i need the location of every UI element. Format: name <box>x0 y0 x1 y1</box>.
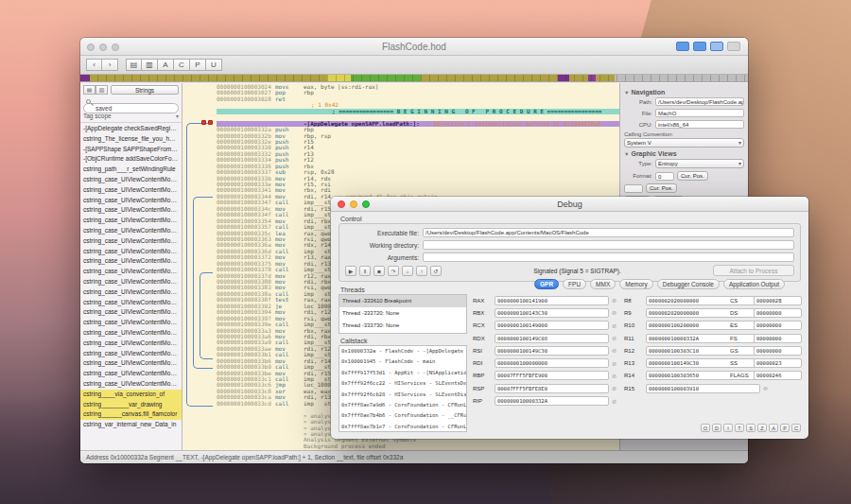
minimize-button[interactable] <box>99 43 107 51</box>
debug-control-button[interactable]: ↺ <box>430 266 442 276</box>
symbol-list-item[interactable]: cstring_case_UIViewContentModeScale <box>80 185 182 196</box>
symbol-list-item[interactable]: cstring_path___r_setWindingRule <box>80 165 182 175</box>
forward-button[interactable]: › <box>102 59 118 71</box>
graphic-views-section-header[interactable]: ▼Graphic Views <box>624 150 744 157</box>
register-tab[interactable]: FPU <box>563 279 586 289</box>
attach-to-process-button[interactable]: Attach to Process <box>713 265 794 276</box>
symbol-list-item[interactable]: cstring_case_UIViewContentModeScale <box>80 205 182 216</box>
thread-row[interactable]: Thread -333720: None <box>339 307 466 320</box>
symbol-list-item[interactable]: cstring____via_conversion_of <box>80 390 182 400</box>
symbol-list-item[interactable]: cstring_var_internal_new_Data_in <box>80 420 182 430</box>
callstack-row[interactable]: 0x7fff917f53d1 - AppKit - -[NSApplicatio… <box>339 368 466 378</box>
symbol-list-item[interactable]: cstring_case_UIViewContentModeScale <box>80 267 182 277</box>
register-value-field[interactable]: 0000000100000000 <box>495 358 609 368</box>
register-tab[interactable]: GPR <box>534 279 559 289</box>
symbol-list-item[interactable]: cstring_case_UIViewContentModeScale <box>80 328 182 339</box>
cpu-flag-button[interactable]: Z <box>757 424 767 432</box>
debug-control-button[interactable]: ■ <box>373 266 385 276</box>
symbol-list-item[interactable]: cstring_case_UIViewContentModeScale <box>80 298 182 308</box>
register-value-field[interactable]: 0000000100149C08 <box>495 334 609 343</box>
view-mode-button[interactable]: P <box>190 59 206 71</box>
view-mode-button[interactable]: U <box>206 59 222 71</box>
callstack-row[interactable]: 0x7fff8ae7b4b6 - CoreFoundation - __CFRu… <box>339 410 466 421</box>
symbol-list-item[interactable]: cstring_The_license_file_you_have_provid… <box>80 134 182 145</box>
symbol-list-item[interactable]: -[AppDelegate checkSavedRegistration] <box>80 124 182 134</box>
debug-control-button[interactable]: ↑ <box>416 266 427 276</box>
register-value-field[interactable]: 00000000 <box>754 308 802 318</box>
register-lock-icon[interactable]: ⊘ <box>612 297 617 304</box>
symbol-list-item[interactable]: cstring_case_UIViewContentModeScale <box>80 216 182 226</box>
register-value-field[interactable]: 0000000100141900 <box>495 296 609 305</box>
panel-right-icon[interactable] <box>710 42 723 51</box>
register-value-field[interactable]: 00000246 <box>754 371 802 380</box>
symbol-list-item[interactable]: cstring_case_UIViewContentModeScale <box>80 256 182 267</box>
symbol-list-item[interactable]: cstring_case_UIViewContentModeScale <box>80 277 182 287</box>
scale-field[interactable] <box>624 184 643 193</box>
register-value-field[interactable]: 00000000 <box>754 334 802 343</box>
path-field[interactable]: /Users/dev/Desktop/FlashCode.app/Con <box>655 97 744 106</box>
register-tab[interactable]: MMX <box>590 279 616 289</box>
debug-control-button[interactable]: ▶ <box>345 266 356 276</box>
register-value-field[interactable]: 0000002B <box>754 296 802 305</box>
panel-left-icon[interactable] <box>676 42 689 51</box>
panel-bottom-icon[interactable] <box>693 42 706 51</box>
executable-file-field[interactable]: /Users/dev/Desktop/FlashCode.app/Content… <box>423 228 794 237</box>
labels-filter-icon[interactable]: ▤ <box>83 85 96 95</box>
close-button[interactable] <box>87 43 95 51</box>
register-lock-icon[interactable]: ⊘ <box>612 385 617 391</box>
cpu-flag-button[interactable]: C <box>791 424 801 432</box>
register-lock-icon[interactable]: ⊘ <box>612 347 617 354</box>
symbol-list-item[interactable]: cstring_case_UIViewContentModeScale <box>80 196 182 206</box>
type-popup[interactable]: Entropy <box>655 159 744 168</box>
working-directory-field[interactable] <box>423 240 794 250</box>
debug-control-button[interactable]: ‖ <box>359 266 371 276</box>
thread-row[interactable]: Thread -333610 Breakpoint <box>339 295 466 307</box>
view-mode-button[interactable]: A <box>158 59 174 71</box>
cpu-flag-button[interactable]: S <box>746 424 755 432</box>
register-value-field[interactable]: 0000000100149C30 <box>495 346 609 356</box>
symbol-list-item[interactable]: cstring_case_UIViewContentModeScale <box>80 318 182 328</box>
cpu-flag-button[interactable]: O <box>701 424 710 432</box>
close-button[interactable] <box>338 200 345 208</box>
cur-pos-button[interactable]: Cur. Pos. <box>677 171 708 181</box>
symbol-list-item[interactable]: -[ObjCRuntime addSaveColorForState:] <box>80 154 182 165</box>
callstack-row[interactable]: 0x100001945 - FlashCode - main <box>339 356 466 367</box>
navigation-strip[interactable] <box>80 75 748 82</box>
debug-control-button[interactable]: ↓ <box>402 266 413 276</box>
thread-row[interactable]: Thread -333730: None <box>339 320 466 332</box>
share-icon[interactable] <box>727 42 740 51</box>
symbol-list-item[interactable]: cstring_case_UIViewContentModeScale <box>80 307 182 318</box>
callstack-row[interactable]: 0x7fff92f6cc22 - HIServices - SLEventsDe… <box>339 378 466 389</box>
view-mode-button[interactable]: ▥ <box>142 59 158 71</box>
callstack-row[interactable]: 0x7fff8ae7a9d6 - CoreFoundation - CFRunL… <box>339 400 466 410</box>
register-lock-icon[interactable]: ⊘ <box>612 322 617 329</box>
register-value-field[interactable]: 0000000100143C30 <box>495 308 609 318</box>
cpu-flag-button[interactable]: I <box>723 424 733 432</box>
assembly-line[interactable]: Background process ended <box>217 443 619 449</box>
symbol-list-item[interactable]: -[SAPPShape SAPPShapeFromCGRect:] <box>80 145 182 155</box>
register-lock-icon[interactable]: ⊘ <box>612 398 617 405</box>
register-tab[interactable]: Debugger Console <box>657 279 720 289</box>
register-value-field[interactable]: 00000000 <box>754 321 802 330</box>
register-value-field[interactable]: 0000000100003910 <box>646 384 760 393</box>
symbol-list-item[interactable]: cstring_case_UIViewContentModeScale <box>80 349 182 359</box>
register-lock-icon[interactable]: ⊘ <box>763 385 768 391</box>
symbol-list-item[interactable]: cstring_case_UIViewContentModeScale <box>80 287 182 298</box>
back-button[interactable]: ‹ <box>86 59 102 71</box>
callstack-row[interactable]: 0x7fff92f6cb28 - HIServices - SLEventDis… <box>339 390 466 400</box>
symbol-list-item[interactable]: cstring_case_UIViewContentModeScale <box>80 379 182 390</box>
zoom-button[interactable] <box>362 200 370 208</box>
arguments-field[interactable] <box>423 252 794 262</box>
callstack-row[interactable]: 0x10000332a - FlashCode - -[AppDelegate … <box>339 346 466 356</box>
register-value-field[interactable]: 000000010000332A <box>495 396 609 406</box>
navigation-section-header[interactable]: ▼Navigation <box>624 89 744 96</box>
symbol-list-item[interactable]: cstring________var_drawing <box>80 400 182 410</box>
callstack-row[interactable]: 0x7fff8ae7b1e7 - CoreFoundation - CFRunL… <box>339 422 466 432</box>
symbol-list-item[interactable]: cstring_case_UIViewContentModeScale <box>80 358 182 369</box>
register-lock-icon[interactable]: ⊘ <box>612 335 617 341</box>
view-mode-button[interactable]: ▤ <box>126 59 142 71</box>
search-input[interactable] <box>83 103 179 113</box>
calling-convention-popup[interactable]: System V <box>624 138 744 148</box>
symbol-list-item[interactable]: cstring_case_UIViewContentModeScale <box>80 226 182 236</box>
cpu-flag-button[interactable]: T <box>735 424 744 432</box>
